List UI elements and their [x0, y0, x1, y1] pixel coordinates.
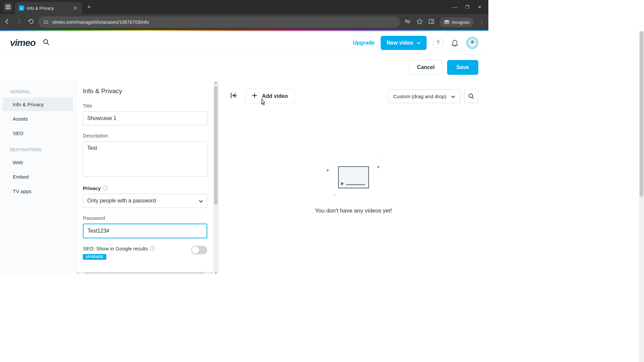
svg-point-12: [44, 40, 48, 44]
save-button[interactable]: Save: [447, 60, 478, 75]
scroll-down-icon: ▼: [213, 272, 218, 274]
search-icon[interactable]: [43, 39, 50, 47]
empty-text: You don't have any videos yet!: [315, 207, 392, 214]
tab-title: Info & Privacy: [27, 6, 70, 11]
h-scrollbar-thumb[interactable]: [84, 273, 205, 274]
incognito-label: Incognito: [452, 20, 470, 25]
svg-rect-2: [6, 7, 8, 9]
new-video-button[interactable]: New video: [381, 36, 427, 50]
browser-tab[interactable]: v Info & Privacy ✕: [15, 2, 82, 14]
eye-off-icon[interactable]: [404, 18, 411, 26]
empty-state: ✦ ✦ ✦ ✦ • • You don't have any videos ye…: [229, 157, 478, 214]
cancel-button[interactable]: Cancel: [409, 60, 442, 75]
sidebar-item-tv-apps[interactable]: TV apps: [3, 184, 73, 198]
svg-rect-7: [46, 23, 48, 23]
upgrade-badge[interactable]: UPGRADE: [83, 254, 106, 260]
sort-select[interactable]: Custom (drag and drop): [388, 89, 460, 103]
side-panel-icon[interactable]: [428, 18, 434, 26]
svg-rect-6: [44, 23, 46, 23]
seo-toggle[interactable]: [191, 246, 207, 254]
chevron-down-icon: [417, 40, 421, 46]
sidebar-item-info-privacy[interactable]: Info & Privacy: [3, 98, 73, 111]
password-label: Password: [83, 215, 207, 221]
svg-rect-0: [6, 5, 8, 7]
maximize-icon[interactable]: ❐: [465, 4, 470, 10]
sidebar-item-seo[interactable]: SEO: [3, 126, 73, 140]
chrome-menu-icon[interactable]: ⋮: [479, 19, 484, 25]
sidebar-section-general: GENERAL: [0, 87, 76, 97]
collapse-panel-icon[interactable]: [229, 90, 239, 102]
privacy-label: Privacy i: [83, 185, 207, 191]
form-panel: Info & Privacy Title Description Privacy…: [76, 81, 219, 274]
notifications-icon[interactable]: [449, 38, 460, 48]
sidebar-item-assets[interactable]: Assets: [3, 112, 73, 126]
empty-illustration: ✦ ✦ ✦ ✦ • •: [323, 157, 384, 197]
avatar[interactable]: [466, 37, 478, 49]
description-textarea[interactable]: [83, 141, 207, 177]
svg-point-18: [469, 94, 473, 98]
sidebar-item-web[interactable]: Web: [3, 156, 73, 169]
svg-rect-1: [8, 5, 10, 7]
sidebar-item-embed[interactable]: Embed: [3, 170, 73, 184]
video-panel: Add video Custom (drag and drop) ✦ ✦ ✦ ✦…: [219, 81, 488, 274]
chevron-down-icon: [451, 94, 455, 99]
svg-rect-3: [8, 7, 10, 9]
close-window-icon[interactable]: ✕: [478, 4, 482, 10]
browser-chrome: v Info & Privacy ✕ + ― ❐ ✕ vimeo.com/man…: [0, 0, 488, 30]
description-label: Description: [83, 133, 207, 138]
main-content: GENERAL Info & Privacy Assets SEO DESTIN…: [0, 81, 488, 274]
privacy-select[interactable]: Only people with a password: [83, 194, 207, 208]
address-bar: vimeo.com/manage/showcases/10878703/info…: [0, 14, 488, 30]
svg-line-13: [47, 43, 49, 45]
scroll-up-icon: ▲: [213, 81, 218, 86]
tab-favicon-icon: v: [19, 5, 24, 11]
url-field[interactable]: vimeo.com/manage/showcases/10878703/info: [38, 16, 400, 28]
add-video-label: Add video: [262, 93, 288, 99]
help-icon[interactable]: ?: [433, 38, 443, 48]
plus-icon: [252, 93, 257, 100]
vertical-scrollbar[interactable]: ▲ ▼: [213, 81, 218, 274]
minimize-icon[interactable]: ―: [452, 4, 457, 10]
svg-point-10: [444, 22, 447, 24]
scrollbar-thumb[interactable]: [214, 86, 218, 205]
info-icon[interactable]: i: [150, 246, 155, 251]
incognito-badge[interactable]: Incognito: [440, 17, 474, 27]
new-tab-button[interactable]: +: [85, 2, 94, 12]
svg-rect-8: [429, 19, 434, 23]
action-bar: Cancel Save: [0, 55, 488, 75]
form-heading: Info & Privacy: [83, 87, 207, 95]
horizontal-scrollbar[interactable]: ◀ ▶: [76, 272, 213, 274]
seo-row: SEO: Show in Google results i UPGRADE: [83, 246, 207, 260]
window-controls: ― ❐ ✕: [452, 4, 486, 10]
app-menu-icon[interactable]: [4, 3, 12, 11]
url-text: vimeo.com/manage/showcases/10878703/info: [52, 19, 149, 25]
password-input[interactable]: [83, 224, 207, 238]
vimeo-header: vimeo Upgrade New video ?: [0, 31, 488, 55]
back-icon[interactable]: [4, 18, 10, 26]
svg-rect-4: [44, 21, 46, 21]
vimeo-logo[interactable]: vimeo: [10, 38, 36, 48]
svg-rect-5: [46, 21, 48, 21]
new-video-label: New video: [387, 40, 413, 46]
video-search-button[interactable]: [464, 89, 478, 103]
upgrade-link[interactable]: Upgrade: [353, 40, 375, 46]
incognito-icon: [444, 19, 450, 25]
sidebar: GENERAL Info & Privacy Assets SEO DESTIN…: [0, 81, 76, 274]
tab-close-icon[interactable]: ✕: [72, 5, 78, 11]
add-video-button[interactable]: Add video: [245, 89, 295, 104]
site-settings-icon[interactable]: [43, 19, 49, 25]
sidebar-section-destinations: DESTINATIONS: [0, 145, 76, 155]
sort-value: Custom (drag and drop): [393, 94, 446, 99]
video-panel-toolbar: Add video Custom (drag and drop): [229, 89, 478, 104]
title-label: Title: [83, 103, 207, 109]
svg-line-19: [472, 97, 474, 99]
bookmark-star-icon[interactable]: [416, 18, 423, 26]
toggle-knob: [192, 246, 199, 254]
info-icon[interactable]: i: [103, 186, 108, 191]
seo-label: SEO: Show in Google results i: [83, 246, 187, 251]
tab-bar: v Info & Privacy ✕ + ― ❐ ✕: [0, 0, 488, 14]
reload-icon[interactable]: [28, 18, 34, 26]
svg-point-11: [447, 22, 449, 24]
title-input[interactable]: [83, 111, 207, 125]
forward-icon: [16, 18, 22, 26]
